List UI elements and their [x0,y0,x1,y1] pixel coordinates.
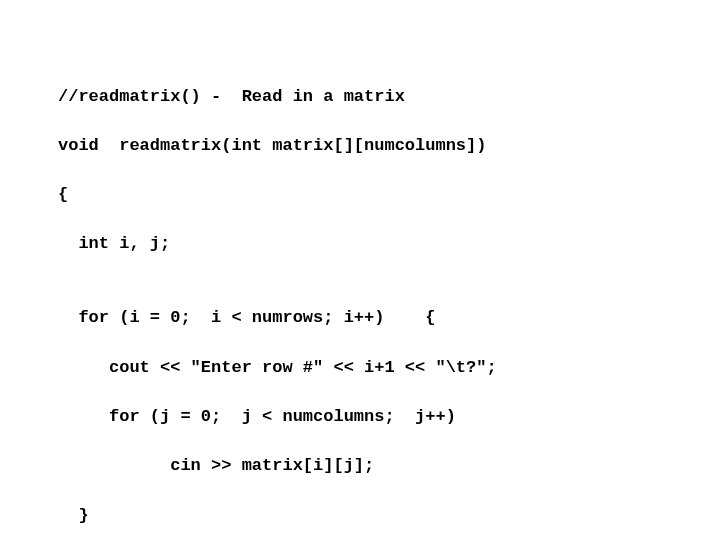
code-block: //readmatrix() - Read in a matrix void r… [0,0,720,540]
code-line: //readmatrix() - Read in a matrix [58,85,720,110]
code-line: for (j = 0; j < numcolumns; j++) [58,405,720,430]
code-line: for (i = 0; i < numrows; i++) { [58,306,720,331]
code-line: cin >> matrix[i][j]; [58,454,720,479]
code-line: cout << "Enter row #" << i+1 << "\t?"; [58,356,720,381]
code-line: } [58,504,720,529]
code-line: { [58,183,720,208]
code-line: int i, j; [58,232,720,257]
code-line: void readmatrix(int matrix[][numcolumns]… [58,134,720,159]
